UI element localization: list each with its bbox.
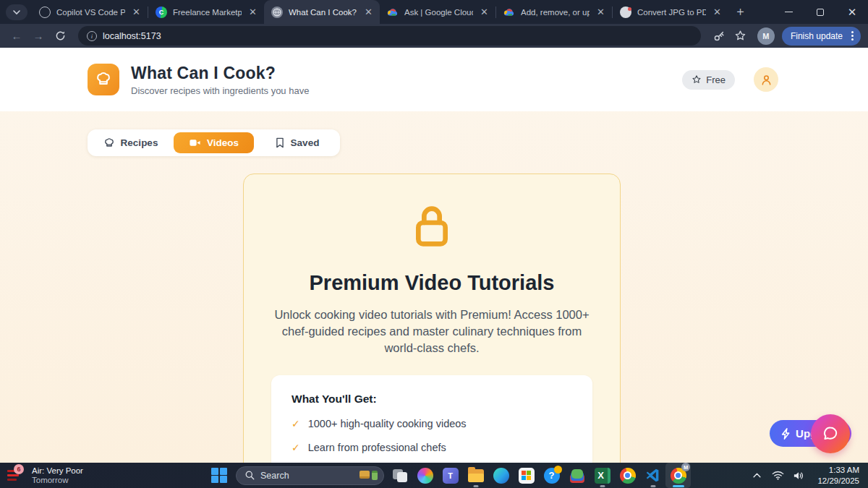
tab-videos-label: Videos <box>207 137 239 148</box>
weather-line1: Air: Very Poor <box>32 466 83 475</box>
tab-title: Convert JPG to PDF. Imag <box>637 8 706 17</box>
chrome-profile-icon[interactable]: M <box>665 463 691 488</box>
chef-hat-logo-icon <box>88 64 119 95</box>
site-header: What Can I Cook? Discover recipes with i… <box>0 48 868 111</box>
help-app-icon[interactable]: ? <box>539 463 564 488</box>
chatgpt-icon <box>39 7 51 18</box>
site-info-icon[interactable]: i <box>87 31 97 41</box>
vscode-glyph <box>645 468 660 483</box>
tab-close-icon[interactable]: ✕ <box>363 7 374 17</box>
wifi-icon[interactable] <box>770 468 786 484</box>
video-camera-icon <box>189 137 201 148</box>
benefits-title: What You'll Get: <box>292 393 572 406</box>
bluestacks-icon[interactable] <box>564 463 590 488</box>
address-bar[interactable]: i localhost:5173 <box>78 26 701 46</box>
google-cloud-icon <box>387 7 399 18</box>
google-cloud-icon <box>503 7 515 18</box>
browser-menu-icon[interactable] <box>848 31 856 40</box>
tab-title: Ask | Google Cloud <box>404 8 473 17</box>
vscode-icon[interactable] <box>640 463 665 488</box>
search-highlight-art <box>359 471 378 480</box>
browser-toolbar: ← → i localhost:5173 M Finish update <box>0 24 868 48</box>
finish-update-label: Finish update <box>791 31 843 41</box>
weather-widget[interactable]: 6 Air: Very Poor Tomorrow <box>0 466 181 484</box>
url-text: localhost:5173 <box>103 31 161 41</box>
page-subtitle: Discover recipes with ingredients you ha… <box>131 85 309 96</box>
volume-icon[interactable] <box>791 468 807 484</box>
tab-close-icon[interactable]: ✕ <box>595 7 606 17</box>
start-button[interactable] <box>207 463 231 488</box>
taskbar-search[interactable]: Search <box>236 466 384 485</box>
task-view-icon[interactable] <box>387 463 412 488</box>
tab-videos[interactable]: Videos <box>174 132 254 153</box>
windows-logo-icon <box>211 468 227 484</box>
teams-icon[interactable]: T <box>438 463 463 488</box>
finish-update-button[interactable]: Finish update <box>782 27 861 46</box>
excel-icon[interactable]: X <box>590 463 615 488</box>
chef-hat-icon <box>103 137 115 149</box>
browser-tab-freelance[interactable]: C Freelance Marketplace | Fi ✕ <box>148 0 264 24</box>
benefit-text: Learn from professional chefs <box>308 442 446 453</box>
weather-line2: Tomorrow <box>32 476 83 484</box>
tray-chevron-icon[interactable] <box>749 468 765 484</box>
system-tray: 1:33 AM 12/29/2025 <box>749 465 868 487</box>
edge-icon[interactable] <box>488 463 514 488</box>
lightning-icon <box>781 428 791 440</box>
back-icon[interactable]: ← <box>7 27 26 46</box>
check-icon: ✓ <box>292 442 300 453</box>
tab-title: Add, remove, or update a p <box>521 8 590 17</box>
person-icon <box>760 73 773 87</box>
running-indicator <box>473 485 478 487</box>
site-title-block: What Can I Cook? Discover recipes with i… <box>131 64 309 96</box>
premium-upsell-card: Premium Video Tutorials Unlock cooking v… <box>243 174 621 463</box>
copilot-icon[interactable] <box>412 463 438 488</box>
chrome-icon[interactable] <box>615 463 640 488</box>
window-close-button[interactable]: ✕ <box>836 0 868 24</box>
profile-badge: M <box>681 463 690 471</box>
tab-close-icon[interactable]: ✕ <box>247 7 258 17</box>
clock-time: 1:33 AM <box>817 465 859 476</box>
premium-title: Premium Video Tutorials <box>310 271 555 295</box>
browser-tab-add-remove-update[interactable]: Add, remove, or update a p ✕ <box>496 0 612 24</box>
bookmark-icon <box>275 137 285 148</box>
tab-recipes-label: Recipes <box>121 137 158 148</box>
browser-tab-copilot[interactable]: Copilot VS Code Prompt ✕ <box>32 0 148 24</box>
chat-bubble-button[interactable] <box>811 414 850 453</box>
page-content: What Can I Cook? Discover recipes with i… <box>0 48 868 463</box>
plan-badge[interactable]: Free <box>682 70 735 90</box>
user-avatar[interactable] <box>754 67 778 92</box>
tab-close-icon[interactable]: ✕ <box>131 7 142 17</box>
tab-close-icon[interactable]: ✕ <box>479 7 490 17</box>
browser-profile-avatar[interactable]: M <box>757 27 775 45</box>
new-tab-button[interactable]: ＋ <box>734 3 746 20</box>
tab-recipes[interactable]: Recipes <box>90 132 171 153</box>
benefits-card: What You'll Get: ✓ 1000+ high-quality co… <box>271 375 592 463</box>
reload-icon[interactable] <box>51 27 69 46</box>
forward-icon[interactable]: → <box>29 27 48 46</box>
microsoft-store-icon[interactable] <box>514 463 539 488</box>
benefit-text: 1000+ high-quality cooking videos <box>308 418 467 429</box>
chevron-down-icon <box>13 10 20 15</box>
globe-icon <box>271 7 283 18</box>
star-icon <box>692 74 702 85</box>
converter-icon <box>620 7 631 18</box>
window-maximize-button[interactable] <box>804 0 836 24</box>
tab-search-button[interactable] <box>6 4 27 20</box>
search-icon <box>245 471 255 480</box>
browser-tab-strip: Copilot VS Code Prompt ✕ C Freelance Mar… <box>0 0 868 24</box>
browser-tab-what-can-i-cook[interactable]: What Can I Cook? ✕ <box>264 0 380 24</box>
check-icon: ✓ <box>292 418 300 429</box>
tab-saved[interactable]: Saved <box>257 132 337 153</box>
bookmark-star-icon[interactable] <box>731 27 750 46</box>
windows-taskbar: 6 Air: Very Poor Tomorrow Search T ? X <box>0 463 868 488</box>
taskbar-clock[interactable]: 1:33 AM 12/29/2025 <box>817 465 859 487</box>
running-indicator <box>600 485 605 487</box>
file-explorer-icon[interactable] <box>463 463 488 488</box>
browser-tab-convert-jpg[interactable]: Convert JPG to PDF. Imag ✕ <box>613 0 728 24</box>
content-nav-tabs: Recipes Videos Saved <box>88 129 340 156</box>
browser-tab-ask-gcloud[interactable]: Ask | Google Cloud ✕ <box>380 0 495 24</box>
window-minimize-button[interactable] <box>773 0 804 24</box>
tab-close-icon[interactable]: ✕ <box>712 7 723 17</box>
clock-date: 12/29/2025 <box>817 476 859 487</box>
password-key-icon[interactable] <box>710 27 728 46</box>
